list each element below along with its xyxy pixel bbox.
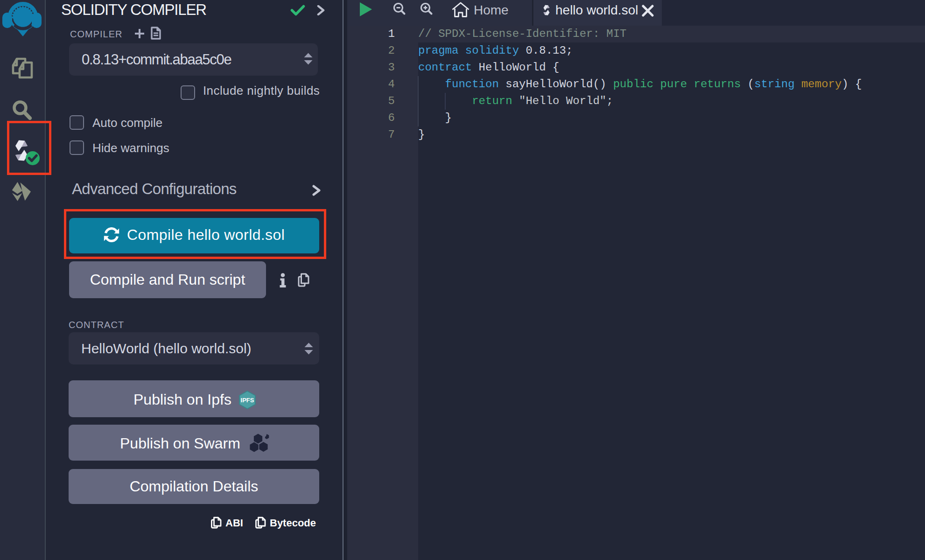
svg-text:IPFS: IPFS (241, 397, 254, 404)
